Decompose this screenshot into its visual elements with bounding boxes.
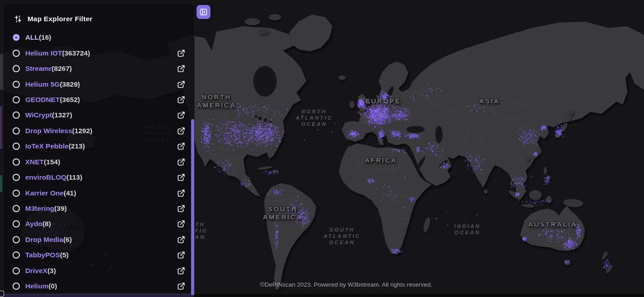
filter-option-geodnet[interactable]: GEODNET3652 <box>13 92 185 107</box>
external-link-icon[interactable] <box>177 65 185 73</box>
filter-option-xnet[interactable]: XNET154 <box>13 154 185 170</box>
radio-selected[interactable] <box>13 34 20 41</box>
filter-option-helium-5g[interactable]: Helium 5G3829 <box>13 76 185 92</box>
radio-unselected[interactable] <box>13 267 20 274</box>
filter-network-name: enviroBLOQ <box>25 173 66 181</box>
filter-network-count: 8267 <box>52 65 72 73</box>
filter-option-drop-media[interactable]: Drop Media6 <box>13 232 185 247</box>
radio-unselected[interactable] <box>13 251 20 259</box>
external-link-icon[interactable] <box>177 189 185 197</box>
filter-network-name: Drop Media <box>25 236 63 244</box>
map-explorer-filter-panel: Map Explorer Filter ALL16 Helium IOT3637… <box>3 3 195 293</box>
external-link-icon[interactable] <box>177 111 185 119</box>
filter-network-name: Helium IOT <box>25 49 62 57</box>
radio-unselected[interactable] <box>13 236 20 243</box>
filter-option-all[interactable]: ALL16 <box>13 30 185 45</box>
external-link-icon[interactable] <box>177 142 185 150</box>
radio-unselected[interactable] <box>13 283 20 290</box>
filter-network-name: WiCrypt <box>25 111 52 119</box>
filter-network-name: Helium <box>25 282 49 290</box>
filter-network-name: Helium 5G <box>25 80 60 88</box>
filter-network-count: 5 <box>60 251 69 259</box>
filter-option-aydo[interactable]: Aydo8 <box>13 216 185 232</box>
map-label-north-america: NORTH AMERICA <box>196 93 236 109</box>
panel-header: Map Explorer Filter <box>14 14 92 23</box>
filter-network-name: ALL <box>25 33 39 42</box>
external-link-icon[interactable] <box>177 236 185 244</box>
radio-unselected[interactable] <box>13 111 20 119</box>
external-link-icon[interactable] <box>177 80 185 88</box>
radio-unselected[interactable] <box>13 158 20 166</box>
external-link-icon[interactable] <box>177 127 185 135</box>
partial-panel-icon <box>0 291 4 297</box>
radio-unselected[interactable] <box>13 205 20 212</box>
collapse-sidebar-button[interactable] <box>196 5 210 19</box>
filter-network-count: 8 <box>42 220 51 228</box>
filter-network-name: Streamr <box>25 65 52 73</box>
map-label-indian-ocean: INDIAN OCEAN <box>454 223 481 236</box>
external-link-icon[interactable] <box>177 204 185 213</box>
filter-network-count: 0 <box>49 282 57 290</box>
radio-unselected[interactable] <box>13 81 20 88</box>
radio-unselected[interactable] <box>13 190 20 197</box>
radio-unselected[interactable] <box>13 220 20 227</box>
filter-option-tabbypos[interactable]: TabbyPOS5 <box>13 247 185 263</box>
copyright-footer: ©DePINscan 2023. Powered by W3bstream. A… <box>260 281 432 288</box>
map-label-europe: EUROPE <box>365 97 401 105</box>
filter-option-wicrypt[interactable]: WiCrypt1327 <box>13 107 185 123</box>
filter-option-drop-wireless[interactable]: Drop Wireless1292 <box>13 123 185 139</box>
bottom-panel-edge-left <box>2 294 194 297</box>
filter-network-name: M3tering <box>25 204 55 213</box>
filter-option-envirobloq[interactable]: enviroBLOQ113 <box>13 170 185 185</box>
external-link-icon[interactable] <box>177 251 185 259</box>
filter-option-m3tering[interactable]: M3tering39 <box>13 201 185 216</box>
map-label-south-america: SOUTH AMERICA <box>263 205 302 221</box>
filter-network-count: 1327 <box>52 111 72 119</box>
bottom-panel-edge <box>0 294 644 297</box>
radio-unselected[interactable] <box>13 127 20 135</box>
filter-option-helium-iot[interactable]: Helium IOT363724 <box>13 45 185 60</box>
depinscan-map-page: NORTH AMERICA NORTH ATLANTIC OCEAN NORTH… <box>0 0 644 297</box>
filter-network-count: 3652 <box>60 96 80 104</box>
external-link-icon[interactable] <box>177 158 185 166</box>
filter-option-karrier-one[interactable]: Karrier One41 <box>13 185 185 200</box>
filter-option-helium[interactable]: Helium0 <box>13 278 185 294</box>
filter-network-name: TabbyPOS <box>25 251 60 259</box>
radio-unselected[interactable] <box>13 174 20 181</box>
external-link-icon[interactable] <box>177 96 185 104</box>
filter-option-drivex[interactable]: DriveX3 <box>13 263 185 278</box>
filter-network-count: 41 <box>64 189 76 197</box>
map-label-south-atlantic: SOUTH ATLANTIC OCEAN <box>324 227 361 246</box>
radio-unselected[interactable] <box>13 50 20 57</box>
filter-network-name: IoTeX Pebble <box>25 142 69 150</box>
external-link-icon[interactable] <box>177 49 185 57</box>
filter-network-count: 363724 <box>62 49 90 57</box>
filter-network-count: 16 <box>39 33 51 42</box>
panel-title: Map Explorer Filter <box>27 15 92 23</box>
filter-sliders-icon <box>14 14 23 23</box>
filter-network-name: GEODNET <box>25 96 60 104</box>
radio-unselected[interactable] <box>13 96 20 103</box>
sidebar-collapse-icon <box>199 8 208 16</box>
external-link-icon[interactable] <box>177 267 185 275</box>
filter-network-count: 154 <box>44 158 60 166</box>
external-link-icon[interactable] <box>177 282 185 290</box>
map-label-africa: AFRICA <box>365 156 397 164</box>
map-label-north-atlantic: NORTH ATLANTIC OCEAN <box>296 109 333 127</box>
filter-network-name: Aydo <box>25 220 42 228</box>
external-link-icon[interactable] <box>177 220 185 228</box>
filter-option-streamr[interactable]: Streamr8267 <box>13 61 185 76</box>
filter-network-name: DriveX <box>25 267 47 275</box>
map-label-asia: ASIA <box>479 97 500 105</box>
filter-option-iotex-pebble[interactable]: IoTeX Pebble213 <box>13 139 185 154</box>
filter-network-count: 113 <box>66 173 82 181</box>
panel-scrollbar-thumb[interactable] <box>191 119 194 295</box>
filter-options-list: ALL16 Helium IOT363724 Streamr8267 Heliu… <box>13 30 185 294</box>
external-link-icon[interactable] <box>177 173 185 181</box>
filter-network-name: Karrier One <box>25 189 64 197</box>
filter-network-name: XNET <box>25 158 44 166</box>
radio-unselected[interactable] <box>13 65 20 72</box>
filter-network-count: 3829 <box>60 80 80 88</box>
filter-network-count: 3 <box>47 267 56 275</box>
radio-unselected[interactable] <box>13 143 20 150</box>
